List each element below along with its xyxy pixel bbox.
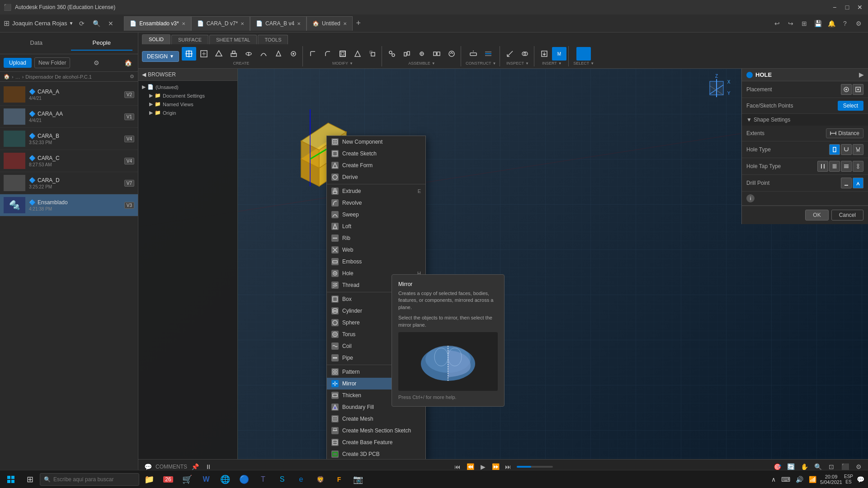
menu-derive[interactable]: Derive [327, 171, 425, 183]
interference-button[interactable] [518, 47, 532, 61]
menu-create-mesh[interactable]: Create Mesh [327, 413, 425, 425]
taskview-button[interactable]: ⊞ [21, 471, 39, 488]
tab-close-icon[interactable]: ✕ [297, 21, 301, 26]
notifications-icon[interactable]: 💬 [855, 475, 866, 484]
menu-create-sketch[interactable]: Create Sketch [327, 148, 425, 160]
maximize-button[interactable]: □ [843, 3, 852, 12]
tap-type-4[interactable] [853, 161, 863, 172]
minimize-button[interactable]: − [830, 3, 839, 12]
fillet-button[interactable] [306, 47, 320, 61]
measure-button[interactable] [503, 47, 517, 61]
menu-create-form[interactable]: Create Form [327, 160, 425, 171]
menu-new-component[interactable]: New Component [327, 136, 425, 148]
taskbar-store[interactable]: 🛒 [178, 471, 196, 488]
drive-joints-button[interactable] [444, 47, 459, 61]
insert-derive-button[interactable] [537, 47, 552, 61]
hole-type-countersink[interactable] [853, 144, 863, 155]
menu-web[interactable]: Web [327, 244, 425, 256]
taskbar-brave[interactable]: 🦁 [311, 471, 329, 488]
menu-extrude[interactable]: Extrude E [327, 185, 425, 197]
close-button[interactable]: ✕ [855, 3, 864, 12]
taskbar-camera[interactable]: 📷 [349, 471, 367, 488]
file-item-cara-aa[interactable]: 🔷 CARA_AA 4/4/21 V1 [0, 106, 138, 128]
help-button[interactable]: ↩ [771, 18, 783, 29]
select-button[interactable]: Select [838, 101, 863, 111]
browser-item-2[interactable]: ▶ 📁 Named Views [138, 100, 237, 108]
design-button[interactable]: DESIGN ▼ [142, 51, 179, 62]
info-icon[interactable]: i [746, 194, 755, 202]
cancel-button[interactable]: Cancel [831, 210, 863, 221]
draft-button[interactable] [350, 47, 365, 61]
taskbar-file-explorer[interactable]: 📁 [140, 471, 158, 488]
joint-button[interactable] [385, 47, 399, 61]
new-component-button[interactable] [182, 47, 196, 61]
path-settings-icon[interactable]: ⚙ [130, 74, 134, 80]
create-form-button[interactable] [212, 47, 226, 61]
mode-tools[interactable]: TOOLS [258, 35, 288, 44]
extrude-button[interactable] [226, 47, 241, 61]
menu-rib[interactable]: Rib [327, 232, 425, 244]
joint-origin-button[interactable] [415, 47, 429, 61]
close-search-button[interactable]: ✕ [105, 18, 117, 29]
menu-emboss[interactable]: Emboss [327, 256, 425, 267]
file-item-cara-d[interactable]: 🔷 CARA_D 3:25:22 PM V7 [0, 172, 138, 194]
settings-gear-button[interactable]: ⚙ [94, 59, 99, 66]
mode-solid[interactable]: SOLID [142, 34, 170, 44]
file-item-cara-a[interactable]: 🔷 CARA_A 4/4/21 V2 [0, 84, 138, 106]
file-item-cara-c[interactable]: 🔷 CARA_C 8:27:53 AM V4 [0, 150, 138, 172]
chamfer-button[interactable] [321, 47, 335, 61]
tab-cara-d[interactable]: 📄 CARA_D v7* ✕ [191, 16, 250, 31]
tab-cara-b[interactable]: 📄 CARA_B v4 ✕ [250, 16, 307, 31]
keyboard-icon[interactable]: ⌨ [779, 475, 792, 484]
file-item-cara-b[interactable]: 🔷 CARA_B 3:52:33 PM V4 [0, 128, 138, 150]
browser-item-3[interactable]: ▶ 📁 Origin [138, 108, 237, 117]
network-icon[interactable]: 📶 [807, 475, 818, 484]
sys-tray-up-icon[interactable]: ∧ [769, 475, 778, 484]
taskbar-calendar[interactable]: 26 [159, 471, 177, 488]
upload-button[interactable]: Upload [4, 58, 32, 68]
menu-revolve[interactable]: Revolve [327, 197, 425, 209]
browser-item-0[interactable]: ▶ 📄 (Unsaved) [138, 83, 237, 91]
as-built-joint-button[interactable] [400, 47, 414, 61]
speaker-icon[interactable]: 🔊 [794, 475, 805, 484]
sidebar-tab-people[interactable]: People [71, 36, 133, 51]
taskbar-edge2[interactable]: e [292, 471, 310, 488]
taskbar-teams[interactable]: T [254, 471, 272, 488]
taskbar-edge[interactable]: 🌐 [216, 471, 234, 488]
placement-option-2[interactable] [853, 84, 863, 95]
tab-close-icon[interactable]: ✕ [182, 21, 185, 26]
hole-type-counterbore[interactable] [841, 144, 852, 155]
rigid-group-button[interactable] [429, 47, 444, 61]
mode-sheet-metal[interactable]: SHEET METAL [209, 35, 257, 44]
taskbar-search[interactable]: 🔍 [40, 473, 139, 486]
browser-item-1[interactable]: ▶ 📁 Document Settings [138, 91, 237, 100]
shape-settings-section[interactable]: ▼ Shape Settings [742, 114, 868, 126]
settings-button[interactable]: ⚙ [853, 18, 864, 29]
tab-ensamblado[interactable]: 📄 Ensamblado v3* ✕ [124, 16, 191, 31]
new-folder-button[interactable]: New Folder [34, 57, 70, 68]
search-button[interactable]: 🔍 [90, 18, 102, 29]
save-button[interactable]: 💾 [812, 18, 824, 29]
tab-close-icon[interactable]: ✕ [343, 21, 347, 26]
scale-button[interactable] [365, 47, 380, 61]
file-item-ensamblado[interactable]: 🔩 🔷 Ensamblado 4:21:38 PM V3 [0, 194, 138, 216]
start-button[interactable] [2, 471, 20, 488]
tab-untitled[interactable]: 🏠 Untitled ✕ [307, 16, 353, 31]
menu-sweep[interactable]: Sweep [327, 209, 425, 221]
grid-view-button[interactable]: ⊞ [798, 18, 810, 29]
menu-create-3d-pcb[interactable]: Create 3D PCB [327, 448, 425, 459]
sidebar-tab-data[interactable]: Data [5, 36, 67, 51]
sync-button[interactable]: ⟳ [76, 18, 88, 29]
insert-mcmaster-button[interactable]: M [552, 47, 566, 61]
shell-button[interactable] [335, 47, 350, 61]
hole-type-simple[interactable] [829, 144, 840, 155]
panel-expand-icon[interactable]: ▶ [859, 71, 863, 78]
menu-loft[interactable]: Loft [327, 221, 425, 232]
tap-type-2[interactable] [829, 161, 840, 172]
tap-type-1[interactable] [817, 161, 828, 172]
account-button[interactable]: Joaquin Cerna Rojas ▼ [12, 20, 73, 27]
offset-plane-button[interactable] [466, 47, 481, 61]
create-sketch-button[interactable] [197, 47, 211, 61]
midplane-button[interactable] [481, 47, 495, 61]
tap-type-3[interactable] [841, 161, 852, 172]
